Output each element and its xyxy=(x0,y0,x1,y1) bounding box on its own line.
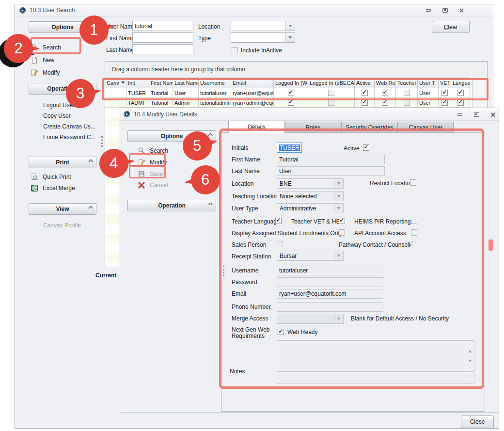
dropdown-arrow-icon[interactable] xyxy=(285,21,295,31)
column-header-init[interactable]: Init xyxy=(126,77,149,88)
column-header-active[interactable]: Active xyxy=(355,77,375,88)
language-checkbox[interactable] xyxy=(457,90,464,96)
column-header-logged-in-ebecas[interactable]: Logged In (eBECAS xyxy=(308,77,355,88)
active-checkbox[interactable] xyxy=(362,90,368,96)
view-group-header[interactable]: View ^ xyxy=(29,203,96,215)
column-header-email[interactable]: Email xyxy=(231,77,274,88)
operation-group-header[interactable]: Operation ^ xyxy=(127,200,216,211)
web-ready-checkbox[interactable] xyxy=(278,329,284,335)
print-group-header[interactable]: Print ^ xyxy=(29,157,96,168)
last-name-field[interactable]: User xyxy=(277,166,385,176)
initials-field[interactable]: TUSER xyxy=(277,143,302,153)
teacher-language-checkbox[interactable] xyxy=(275,218,282,224)
sidebar-item-save[interactable]: Save xyxy=(138,170,163,178)
active-checkbox[interactable] xyxy=(362,99,368,106)
vet-checkbox[interactable] xyxy=(441,99,448,106)
tab-canvas-user[interactable]: Canvas User xyxy=(398,122,454,133)
sidebar-splitter-handle[interactable] xyxy=(101,136,103,147)
dropdown-arrow-icon[interactable] xyxy=(285,33,295,42)
column-header-username[interactable]: Username xyxy=(199,77,231,88)
operations-group-header[interactable]: Operations ^ xyxy=(29,83,96,95)
panel-splitter-handle[interactable] xyxy=(223,266,224,276)
type-dropdown[interactable] xyxy=(231,32,295,43)
scroll-up-icon[interactable] xyxy=(468,343,472,350)
teacher-checkbox[interactable] xyxy=(404,99,410,106)
first-name-input[interactable] xyxy=(132,32,193,43)
sidebar-item-force-password-change[interactable]: Force Password C... xyxy=(31,133,96,142)
column-header-language[interactable]: Langua xyxy=(451,77,470,88)
user-name-input[interactable]: tutorial xyxy=(132,21,193,31)
sidebar-item-logout-user[interactable]: Logout User xyxy=(31,101,75,110)
notes-field[interactable] xyxy=(277,374,474,383)
sidebar-item-new[interactable]: New xyxy=(31,56,54,64)
location-dropdown[interactable] xyxy=(231,21,295,31)
first-name-field[interactable]: Tutorial xyxy=(277,155,385,164)
sales-person-checkbox[interactable] xyxy=(277,241,283,247)
restore-icon[interactable] xyxy=(471,111,482,118)
clear-button[interactable]: Clear xyxy=(432,21,470,33)
password-field[interactable] xyxy=(277,277,383,287)
dropdown-arrow-icon[interactable] xyxy=(334,179,343,188)
sidebar-item-modify[interactable]: Modify xyxy=(138,158,167,167)
options-group-header[interactable]: Options ^ xyxy=(29,21,96,33)
last-name-input[interactable] xyxy=(132,44,193,54)
sidebar-item-copy-user[interactable]: Copy User xyxy=(31,112,71,120)
options-group-header[interactable]: Options ^ xyxy=(127,130,216,142)
teacher-vet-he-checkbox[interactable] xyxy=(339,218,345,224)
tab-roles[interactable]: Roles xyxy=(285,122,341,133)
api-access-checkbox[interactable] xyxy=(411,229,417,236)
heims-pir-checkbox[interactable] xyxy=(411,218,417,224)
minimize-icon[interactable] xyxy=(423,7,434,14)
column-header-vet[interactable]: VET xyxy=(439,77,451,88)
user-type-dropdown[interactable]: Administrative xyxy=(277,203,344,213)
sidebar-item-cancel[interactable]: Cancel xyxy=(138,181,168,190)
pathway-contact-checkbox[interactable] xyxy=(411,241,417,247)
close-icon[interactable] xyxy=(488,111,498,118)
scroll-down-icon[interactable] xyxy=(468,362,472,369)
sidebar-item-create-canvas-user[interactable]: Create Canvas Us... xyxy=(31,122,95,131)
sidebar-item-search[interactable]: Search xyxy=(31,43,61,52)
sidebar-item-canvas-profile[interactable]: Canvas Profile xyxy=(31,221,81,230)
active-checkbox[interactable] xyxy=(363,144,369,151)
teaching-locations-dropdown[interactable]: None selected xyxy=(277,191,344,201)
logged-in-web-checkbox[interactable] xyxy=(288,99,294,106)
receipt-station-dropdown[interactable]: Bursar xyxy=(277,251,344,261)
restore-icon[interactable] xyxy=(440,7,450,14)
column-header-first-name[interactable]: First Nam xyxy=(149,77,173,88)
table-row[interactable]: TUSER Tutorial User tutorialuser ryan+us… xyxy=(105,88,470,98)
username-field[interactable]: tutorialuser xyxy=(277,266,383,275)
logged-in-ebecas-checkbox[interactable] xyxy=(328,90,334,96)
dropdown-ar row-icon[interactable] xyxy=(334,204,343,213)
display-assigned-checkbox[interactable] xyxy=(339,229,345,236)
web-ready-checkbox[interactable] xyxy=(382,99,388,106)
user-search-titlebar[interactable]: 10.3 User Search xyxy=(15,4,493,16)
column-header-teacher[interactable]: Teacher xyxy=(396,77,418,88)
include-inactive-checkbox[interactable] xyxy=(232,47,238,53)
merge-access-dropdown[interactable] xyxy=(277,314,344,324)
minimize-icon[interactable] xyxy=(455,111,465,118)
web-ready-checkbox[interactable] xyxy=(382,90,388,96)
sidebar-item-modify[interactable]: Modify xyxy=(31,68,60,77)
dropdown-arrow-icon[interactable] xyxy=(334,314,343,323)
phone-number-field[interactable] xyxy=(277,302,383,312)
filter-arrow-icon[interactable] xyxy=(121,81,125,84)
column-header-last-name[interactable]: Last Name xyxy=(173,77,199,88)
logged-in-web-checkbox[interactable] xyxy=(288,90,294,96)
sidebar-item-excel-merge[interactable]: Excel Merge xyxy=(31,184,75,192)
close-icon[interactable] xyxy=(456,7,467,14)
column-header-user-type[interactable]: User T xyxy=(418,77,439,88)
email-field[interactable]: ryan+user@equatorit.com xyxy=(277,289,383,299)
teacher-checkbox[interactable] xyxy=(404,90,410,96)
restrict-location-checkbox[interactable] xyxy=(410,179,416,186)
dropdown-arrow-icon[interactable] xyxy=(334,251,343,260)
column-header-logged-in-web[interactable]: Logged In (W xyxy=(274,77,308,88)
logged-in-ebecas-checkbox[interactable] xyxy=(328,99,334,106)
spinner-down-icon[interactable] xyxy=(468,375,472,382)
close-button[interactable]: Close xyxy=(461,415,494,428)
sidebar-item-search[interactable]: Search xyxy=(138,146,168,155)
column-header-canvas[interactable]: Canv xyxy=(105,77,126,88)
location-dropdown[interactable]: BNE xyxy=(277,178,344,189)
column-header-web-ready[interactable]: Web Rea xyxy=(375,77,396,88)
language-checkbox[interactable] xyxy=(457,99,464,106)
nextgen-notes-textarea[interactable] xyxy=(277,340,474,372)
